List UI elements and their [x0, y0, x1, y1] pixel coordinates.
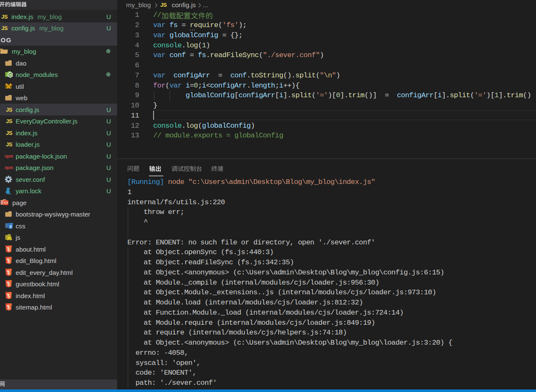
- svg-text:3: 3: [9, 224, 12, 228]
- svg-text:5: 5: [8, 294, 10, 299]
- svg-text:5: 5: [8, 282, 10, 287]
- svg-text:5: 5: [8, 271, 10, 275]
- svg-text:JS: JS: [7, 236, 12, 241]
- svg-text:JS: JS: [9, 74, 12, 76]
- svg-text:5: 5: [8, 305, 10, 310]
- svg-text:5: 5: [8, 259, 10, 263]
- svg-text:5: 5: [8, 247, 10, 252]
